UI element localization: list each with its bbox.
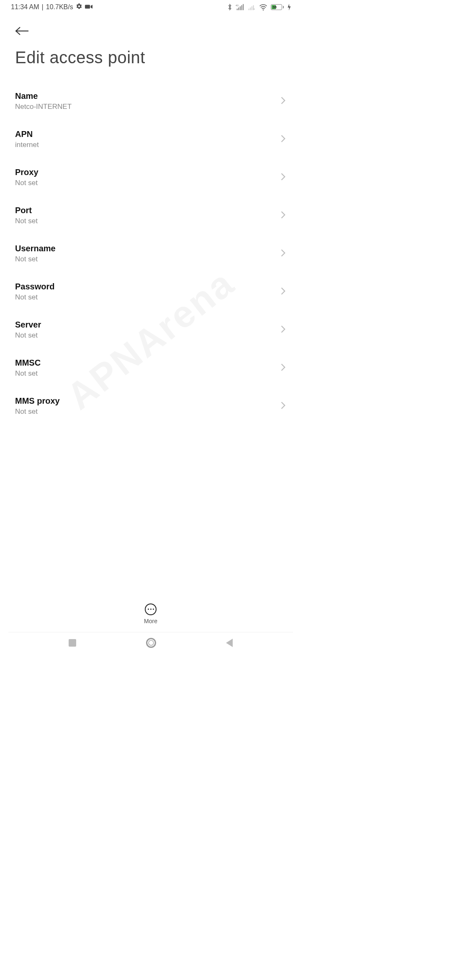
setting-row-proxy[interactable]: Proxy Not set xyxy=(0,158,301,196)
svg-text:4G: 4G xyxy=(236,4,239,7)
bottom-action-bar: More xyxy=(0,595,301,632)
svg-rect-4 xyxy=(240,6,241,10)
chevron-right-icon xyxy=(280,363,286,374)
chevron-right-icon xyxy=(280,286,286,297)
bluetooth-icon xyxy=(227,3,232,11)
row-value: Not set xyxy=(15,179,280,187)
svg-rect-6 xyxy=(243,4,244,10)
svg-point-12 xyxy=(263,9,264,10)
back-button[interactable] xyxy=(15,23,31,39)
row-title: MMSC xyxy=(15,358,280,368)
row-title: Name xyxy=(15,91,280,101)
row-title: Password xyxy=(15,282,280,291)
row-title: APN xyxy=(15,129,280,139)
signal-nosim-icon: × xyxy=(247,4,256,10)
row-title: MMS proxy xyxy=(15,396,280,406)
row-title: Server xyxy=(15,320,280,330)
setting-row-name[interactable]: Name Netco-INTERNET xyxy=(0,82,301,120)
battery-icon: 38 xyxy=(271,4,284,10)
setting-row-mms-proxy[interactable]: MMS proxy Not set xyxy=(0,387,301,425)
arrow-left-icon xyxy=(15,26,29,36)
status-bar: 11:34 AM | 10.7KB/s 4G × 38 xyxy=(0,0,301,14)
status-net-speed: 10.7KB/s xyxy=(46,3,73,11)
row-value: Not set xyxy=(15,331,280,340)
svg-text:×: × xyxy=(254,8,255,10)
svg-rect-0 xyxy=(85,5,90,8)
row-value: internet xyxy=(15,141,280,149)
nav-bar xyxy=(0,632,301,653)
page-title: Edit access point xyxy=(15,48,286,67)
status-time: 11:34 AM xyxy=(11,3,39,11)
chevron-right-icon xyxy=(280,172,286,183)
row-value: Not set xyxy=(15,369,280,378)
row-title: Port xyxy=(15,206,280,215)
row-value: Netco-INTERNET xyxy=(15,103,280,111)
row-value: Not set xyxy=(15,217,280,225)
nav-recent-button[interactable] xyxy=(69,639,76,647)
status-separator: | xyxy=(42,3,44,11)
row-title: Username xyxy=(15,244,280,253)
signal-4g-icon: 4G xyxy=(236,4,244,10)
row-value: Not set xyxy=(15,407,280,416)
camera-icon xyxy=(85,3,92,11)
setting-row-username[interactable]: Username Not set xyxy=(0,235,301,273)
chevron-right-icon xyxy=(280,210,286,221)
row-value: Not set xyxy=(15,293,280,302)
nav-back-button[interactable] xyxy=(226,639,233,647)
chevron-right-icon xyxy=(280,325,286,335)
svg-rect-3 xyxy=(238,7,239,10)
gear-icon xyxy=(76,3,82,11)
nav-home-button[interactable] xyxy=(146,638,156,648)
row-title: Proxy xyxy=(15,168,280,177)
svg-rect-9 xyxy=(252,6,252,10)
setting-row-password[interactable]: Password Not set xyxy=(0,273,301,311)
chevron-right-icon xyxy=(280,96,286,107)
setting-row-port[interactable]: Port Not set xyxy=(0,196,301,235)
more-button[interactable]: More xyxy=(144,603,157,624)
setting-row-mmsc[interactable]: MMSC Not set xyxy=(0,349,301,387)
row-value: Not set xyxy=(15,255,280,263)
chevron-right-icon xyxy=(280,401,286,412)
setting-row-apn[interactable]: APN internet xyxy=(0,120,301,158)
charging-icon xyxy=(287,4,291,10)
settings-list: Name Netco-INTERNET APN internet Proxy N… xyxy=(0,82,301,425)
svg-rect-7 xyxy=(249,8,249,10)
svg-rect-8 xyxy=(250,7,251,10)
wifi-icon xyxy=(259,4,267,10)
more-label: More xyxy=(144,618,157,624)
svg-rect-5 xyxy=(241,5,242,10)
chevron-right-icon xyxy=(280,134,286,145)
setting-row-server[interactable]: Server Not set xyxy=(0,311,301,349)
more-icon xyxy=(145,603,157,615)
svg-rect-2 xyxy=(237,8,238,10)
chevron-right-icon xyxy=(280,248,286,259)
